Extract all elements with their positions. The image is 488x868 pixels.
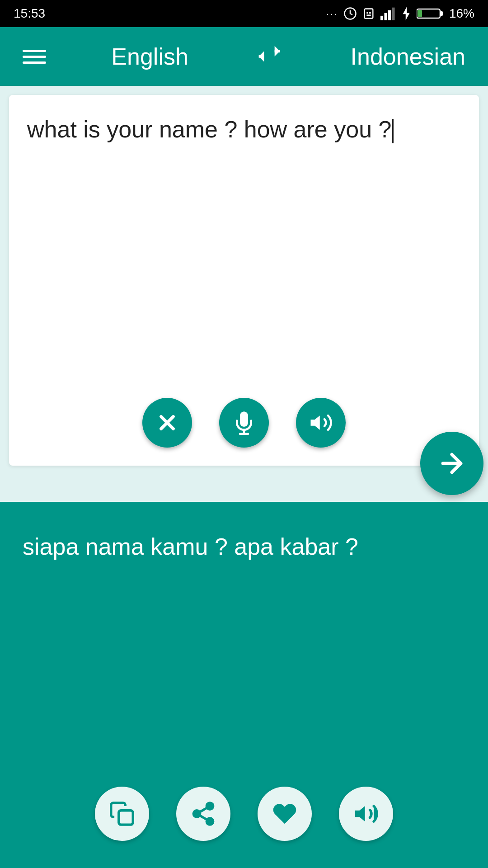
input-actions xyxy=(9,384,479,466)
translated-text: siapa nama kamu ? apa kabar ? xyxy=(0,502,488,778)
svg-rect-4 xyxy=(366,14,371,16)
svg-rect-17 xyxy=(119,811,133,825)
clear-button[interactable] xyxy=(142,398,192,448)
more-dots: ··· xyxy=(326,9,338,19)
main-content: what is your name ? how are you ? siapa … xyxy=(0,86,488,868)
source-language[interactable]: English xyxy=(111,43,188,70)
sim-icon xyxy=(362,7,375,20)
svg-rect-1 xyxy=(365,9,373,19)
speak-input-button[interactable] xyxy=(296,398,346,448)
menu-button[interactable] xyxy=(23,50,46,64)
status-time: 15:53 xyxy=(14,6,45,21)
svg-line-21 xyxy=(200,816,207,820)
translate-button[interactable] xyxy=(420,432,483,495)
svg-point-18 xyxy=(206,803,213,810)
input-panel: what is your name ? how are you ? xyxy=(9,95,479,466)
output-panel: siapa nama kamu ? apa kabar ? xyxy=(0,502,488,868)
svg-line-22 xyxy=(200,808,207,812)
svg-rect-12 xyxy=(418,10,422,17)
status-bar: 15:53 ··· 16% xyxy=(0,0,488,27)
swap-languages-button[interactable] xyxy=(253,40,285,73)
output-actions xyxy=(0,778,488,868)
header: English Indonesian xyxy=(0,27,488,86)
svg-rect-3 xyxy=(369,12,371,14)
svg-rect-11 xyxy=(440,11,443,16)
favorite-button[interactable] xyxy=(258,787,312,841)
svg-rect-7 xyxy=(388,10,391,20)
svg-rect-5 xyxy=(380,16,383,20)
text-cursor xyxy=(392,119,394,143)
signal-icon xyxy=(380,7,396,20)
target-language[interactable]: Indonesian xyxy=(351,43,465,70)
status-icons: ··· 16% xyxy=(326,6,474,21)
source-text-input[interactable]: what is your name ? how are you ? xyxy=(9,95,479,384)
svg-rect-2 xyxy=(366,12,368,14)
svg-point-19 xyxy=(193,811,200,817)
speak-output-button[interactable] xyxy=(339,787,393,841)
charging-icon xyxy=(401,7,411,20)
svg-rect-6 xyxy=(384,13,387,20)
svg-rect-8 xyxy=(392,8,394,20)
battery-text: 16% xyxy=(449,6,474,21)
svg-marker-9 xyxy=(403,7,409,20)
clock-icon xyxy=(343,7,357,20)
battery-icon xyxy=(417,7,444,20)
copy-button[interactable] xyxy=(95,787,149,841)
share-button[interactable] xyxy=(176,787,230,841)
svg-point-20 xyxy=(206,818,213,825)
microphone-button[interactable] xyxy=(219,398,269,448)
